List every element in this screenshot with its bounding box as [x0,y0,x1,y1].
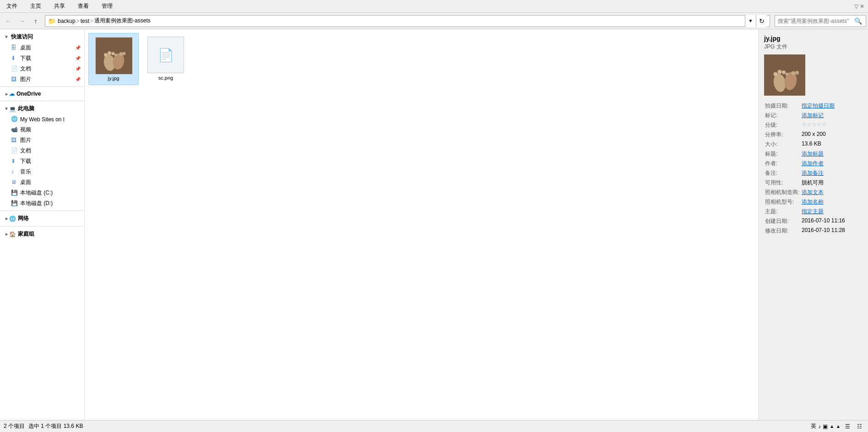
svg-point-14 [782,70,786,74]
systray-audio: ♪ [818,423,821,430]
sidebar-item-pic[interactable]: 🖼 图片 [0,135,84,146]
sidebar-item-diskc[interactable]: 💾 本地磁盘 (C:) [0,188,84,198]
prop-label-res: 分辨率: [765,131,802,139]
status-left: 2 个项目 选中 1 个项目 13.6 KB [4,422,83,430]
view-details-button[interactable]: ☷ [854,421,864,432]
prop-value-tag[interactable]: 添加标记 [802,112,862,119]
prop-label-date: 拍摄日期: [765,102,802,110]
prop-value-note[interactable]: 添加备注 [802,169,862,177]
prop-value-cammodel[interactable]: 添加名称 [802,198,862,206]
back-button[interactable]: ← [2,15,15,27]
address-part-backup[interactable]: backup [58,18,76,24]
sidebar-item-download[interactable]: ⬇ 下载 📌 [0,53,84,64]
menu-view[interactable]: 查看 [75,1,92,11]
sidebar-network[interactable]: ▸ 🌐 网络 [0,213,84,224]
sidebar-download-label: 下载 [20,54,31,62]
sidebar-item-music[interactable]: ♪ 音乐 [0,167,84,177]
sidebar-item-diskd[interactable]: 💾 本地磁盘 (D:) [0,198,84,209]
address-part-current: 通用案例效果图-assets [94,17,151,25]
sidebar-item-pictures[interactable]: 🖼 图片 📌 [0,74,84,85]
prop-row-size: 大小: 13.6 KB [765,140,862,148]
sidebar-music-label: 音乐 [20,168,31,176]
prop-label-size: 大小: [765,140,802,148]
systray-display: ▣ [823,423,828,430]
sidebar-item-mywebsites[interactable]: 🌐 My Web Sites on I [0,114,84,124]
menu-home[interactable]: 主页 [27,1,44,11]
sidebar-homegroup[interactable]: ▸ 🏠 家庭组 [0,228,84,240]
prop-label-title: 标题: [765,150,802,158]
file-sc-name: sc.png [158,75,173,81]
sidebar-item-docs[interactable]: 📄 文档 📌 [0,64,84,74]
status-bar: 2 个项目 选中 1 个项目 13.6 KB 英 ♪ ▣ ▲ ▲ ☰ ☷ [0,420,868,432]
sidebar-item-dl[interactable]: ⬇ 下载 [0,156,84,167]
quick-access-label: 快速访问 [11,33,33,41]
sidebar-diskc-label: 本地磁盘 (C:) [20,189,53,197]
prop-row-title: 标题: 添加标题 [765,150,862,158]
menu-manage[interactable]: 管理 [99,1,115,11]
address-bar[interactable]: 📁 backup > test > 通用案例效果图-assets ▼ ↻ [45,15,770,27]
svg-point-5 [112,52,115,55]
sidebar-onedrive[interactable]: ▸ ☁ OneDrive [0,89,84,99]
search-input[interactable] [778,18,853,24]
prop-value-size: 13.6 KB [802,140,862,148]
jy-thumbnail [95,37,132,74]
preview-thumb-svg [764,54,805,96]
menu-file[interactable]: 文件 [4,1,20,11]
up-button[interactable]: ↑ [29,15,42,27]
prop-value-rating[interactable]: ☆☆☆☆☆ [802,121,862,129]
prop-value-subject[interactable]: 指定主题 [802,208,862,216]
menu-share[interactable]: 共享 [51,1,68,11]
sidebar-computer[interactable]: ▼ 💻 此电脑 [0,103,84,114]
status-count: 2 个项目 [4,422,25,430]
file-item-jy[interactable]: jy.jpg [88,33,139,85]
preview-panel: jy.jpg JPG 文件 拍摄日期: 指定拍摄日期 标记: 添加 [758,29,868,420]
forward-button[interactable]: → [16,15,28,27]
content-area: jy.jpg 📄 sc.png [85,29,758,420]
sidebar-desktop-label: 桌面 [20,44,31,52]
sidebar: ▼ 快速访问 🗄 桌面 📌 ⬇ 下载 📌 📄 文档 📌 🖼 图片 📌 ▸ ☁ [0,29,85,420]
sidebar-video-label: 视频 [20,126,31,134]
toolbar: ← → ↑ 📁 backup > test > 通用案例效果图-assets ▼… [0,13,868,29]
prop-label-rating: 分级: [765,121,802,129]
systray-arrow1: ▲ [830,424,834,429]
sidebar-item-desktop[interactable]: 🗄 桌面 📌 [0,43,84,53]
download-icon: ⬇ [11,55,18,62]
prop-value-title[interactable]: 添加标题 [802,150,862,158]
sidebar-dl-label: 下载 [20,157,31,165]
sidebar-quick-access[interactable]: ▼ 快速访问 [0,31,84,43]
address-part-test[interactable]: test [81,18,89,24]
prop-row-date: 拍摄日期: 指定拍摄日期 [765,102,862,110]
search-button[interactable]: 🔍 [853,16,863,27]
prop-value-date[interactable]: 指定拍摄日期 [802,102,862,110]
address-dropdown-button[interactable]: ▼ [745,15,756,27]
prop-row-avail: 可用性: 脱机可用 [765,179,862,187]
prop-value-author[interactable]: 添加作者 [802,160,862,167]
view-list-button[interactable]: ☰ [842,421,852,432]
sidebar-desktop2-label: 桌面 [20,178,31,186]
search-bar[interactable]: 🔍 [775,15,866,27]
pin-icon-3: 📌 [75,66,81,71]
computer-arrow: ▼ [4,106,9,112]
docs-icon: 📄 [11,65,18,73]
pin-icon: 📌 [75,45,81,50]
file-item-sc[interactable]: 📄 sc.png [141,33,191,85]
sidebar-mywebsites-label: My Web Sites on I [20,116,65,123]
sidebar-item-desktop2[interactable]: 🖥 桌面 [0,177,84,188]
systray-lang: 英 [811,422,816,430]
sidebar-item-video[interactable]: 📹 视频 [0,124,84,135]
sidebar-divider-1 [0,86,84,87]
sidebar-item-document[interactable]: 📄 文档 [0,146,84,156]
main-layout: ▼ 快速访问 🗄 桌面 📌 ⬇ 下载 📌 📄 文档 📌 🖼 图片 📌 ▸ ☁ [0,29,868,420]
systray-arrow2: ▲ [836,424,841,429]
onedrive-arrow: ▸ [4,91,9,97]
network-arrow: ▸ [4,216,9,221]
refresh-button[interactable]: ↻ [756,15,767,27]
prop-value-cammaker[interactable]: 添加文本 [802,189,862,196]
sidebar-pictures-label: 图片 [20,76,31,83]
video-icon: 📹 [11,126,18,134]
prop-row-note: 备注: 添加备注 [765,169,862,177]
onedrive-label: OneDrive [16,91,41,97]
svg-point-4 [108,51,111,55]
svg-rect-0 [96,38,132,74]
prop-value-avail: 脱机可用 [802,179,862,187]
